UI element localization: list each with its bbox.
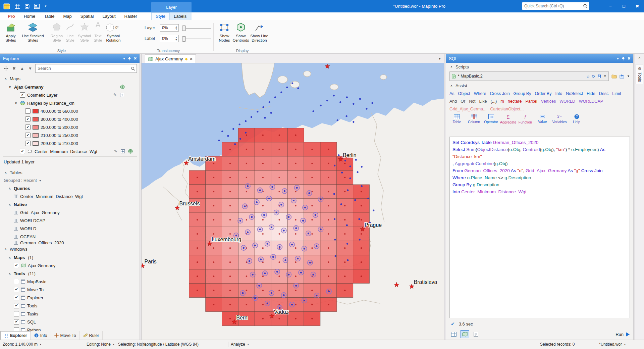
chevron-down-icon[interactable]: ▼: [603, 74, 606, 78]
pin-icon[interactable]: [622, 56, 625, 61]
symbol-rotation-control[interactable]: 0° Symbol Rotation: [105, 21, 122, 43]
dock-tab-explorer[interactable]: Explorer: [0, 331, 31, 340]
add-icon[interactable]: [120, 93, 124, 97]
close-icon[interactable]: ✖: [134, 56, 137, 61]
assist-tool-function[interactable]: ƒFunction: [517, 114, 533, 130]
tab-labels[interactable]: Labels: [170, 12, 191, 20]
range-row[interactable]: ✔250.000 to 300.000: [0, 123, 140, 131]
show-line-direction-button[interactable]: Show Line Direction: [250, 21, 269, 43]
assist-section-header[interactable]: ∧ Assist: [446, 82, 633, 90]
assist-tool-operator[interactable]: +=Operator: [483, 114, 499, 130]
ribbon-tab-map[interactable]: Map: [59, 12, 76, 20]
slider-thumb[interactable]: [182, 36, 186, 42]
status-item[interactable]: Zoom: 1.140.000 m▲: [3, 340, 42, 349]
assist-keyword[interactable]: Cross Join: [490, 91, 510, 96]
ribbon-tab-spatial[interactable]: Spatial: [76, 12, 98, 20]
table-row[interactable]: Center_Minimum_Distance_Wgt: [0, 192, 140, 200]
sql-panel-header[interactable]: SQL ▾ ✖: [446, 54, 633, 63]
move-down-icon[interactable]: ▼: [27, 66, 33, 71]
collapse-icon[interactable]: ∧: [4, 77, 8, 81]
region-style-swatch[interactable]: [27, 149, 33, 153]
checkbox[interactable]: ✔: [14, 263, 19, 268]
assist-keyword[interactable]: Like: [479, 99, 487, 104]
assist-keyword[interactable]: WORLDCAP: [579, 99, 603, 104]
run-button[interactable]: Run: [615, 332, 630, 337]
explorer-search[interactable]: [35, 64, 137, 73]
checkbox[interactable]: [14, 279, 19, 284]
apply-styles-button[interactable]: Apply Styles: [2, 21, 19, 43]
checkbox[interactable]: ✔: [20, 149, 25, 154]
ribbon-tab-pro[interactable]: Pro: [3, 12, 19, 20]
window-row[interactable]: ✔Ajax Germany: [0, 261, 140, 269]
checkbox[interactable]: ✔: [14, 303, 19, 308]
move-up-icon[interactable]: ▲: [19, 66, 25, 71]
subsection-queries[interactable]: ∧Queries: [0, 184, 140, 192]
show-nodes-button[interactable]: Show Nodes: [217, 21, 232, 43]
range-row[interactable]: ✔209.000 to 210.000: [0, 139, 140, 147]
spinner-arrows-icon[interactable]: ▲▼: [174, 36, 178, 41]
pin-icon[interactable]: [128, 56, 131, 61]
assist-keyword[interactable]: Or: [461, 99, 465, 104]
subsection-maps[interactable]: ∧Maps(1): [0, 253, 140, 261]
save-script-icon[interactable]: [597, 74, 601, 78]
range-color-swatch[interactable]: [33, 109, 39, 113]
assist-tool-column[interactable]: Column: [466, 114, 482, 130]
collapse-icon[interactable]: ∧: [8, 187, 12, 190]
report-view-icon[interactable]: [472, 330, 480, 338]
ribbon-tab-layout[interactable]: Layout: [98, 12, 120, 20]
label-translucency-slider[interactable]: [182, 36, 211, 41]
explorer-search-input[interactable]: [36, 66, 131, 71]
window-row[interactable]: ✔Move To: [0, 286, 140, 294]
use-stacked-styles-button[interactable]: Use Stacked Styles: [21, 21, 45, 43]
favorite-icon[interactable]: ☆: [586, 74, 590, 79]
refresh-icon[interactable]: ⟳: [592, 74, 595, 79]
checkbox[interactable]: ✔: [14, 295, 19, 300]
assist-keyword[interactable]: Not: [469, 99, 475, 104]
clear-icon[interactable]: ✖: [11, 66, 17, 71]
assist-keyword[interactable]: Desc: [599, 91, 608, 96]
section-tables[interactable]: ∧Tables: [0, 168, 140, 177]
subsection-tools[interactable]: ∧Tools(11): [0, 269, 140, 278]
assist-keyword[interactable]: Order By: [535, 91, 551, 96]
section-maps[interactable]: ∧Maps: [0, 74, 140, 83]
close-icon[interactable]: ✖: [628, 56, 631, 61]
quick-search-input[interactable]: [522, 4, 582, 8]
status-item[interactable]: Editing: None▲: [87, 340, 115, 349]
assist-keyword[interactable]: m: [500, 99, 504, 104]
checkbox[interactable]: ✔: [14, 319, 19, 325]
assist-tool-value[interactable]: Value: [534, 114, 550, 130]
label-translucency-input[interactable]: 0% ▲▼: [160, 35, 179, 42]
save-workspace-icon[interactable]: [25, 4, 30, 9]
slider-thumb[interactable]: [182, 26, 186, 31]
explorer-panel-header[interactable]: Explorer ▾ ✖: [0, 54, 140, 63]
dock-tab-ruler[interactable]: Ruler: [80, 331, 103, 340]
table-row[interactable]: WORLDCAP: [0, 216, 140, 225]
checkbox[interactable]: ✔: [20, 92, 25, 98]
assist-keyword[interactable]: Object: [458, 91, 470, 96]
scripts-section-header[interactable]: ∧ Scripts: [446, 63, 633, 71]
checkbox[interactable]: [25, 108, 31, 114]
assist-tool-aggregate[interactable]: ΣAggregate: [500, 114, 516, 130]
table-row[interactable]: Grid_Ajax_Germany: [0, 208, 140, 216]
collapse-ribbon-icon[interactable]: ∧: [635, 56, 644, 59]
table-row[interactable]: German_Offices_2020: [0, 241, 140, 245]
layer-row[interactable]: ✔Cosmetic Layer✎: [0, 91, 140, 99]
assist-tool-table[interactable]: Table: [449, 114, 465, 130]
assist-keyword[interactable]: (...): [491, 99, 497, 104]
table-row[interactable]: OCEAN: [0, 233, 140, 241]
status-item[interactable]: Analyze▲: [231, 340, 250, 349]
layer-translucency-input[interactable]: 0% ▲▼: [160, 24, 179, 32]
assist-keyword[interactable]: Vertices: [541, 99, 556, 104]
assist-keyword[interactable]: Into: [555, 91, 562, 96]
window-row[interactable]: Python: [0, 326, 140, 331]
assist-keyword[interactable]: CartesianObject...: [490, 107, 524, 111]
collapse-icon[interactable]: ∧: [4, 171, 8, 174]
assist-keyword[interactable]: Parcel: [525, 99, 537, 104]
window-row[interactable]: ✔Explorer: [0, 294, 140, 302]
close-tab-icon[interactable]: ✖: [190, 57, 193, 61]
map-document-tab[interactable]: Ajax Germany ◆ ✖: [145, 54, 196, 63]
layer-translucency-slider[interactable]: [182, 25, 211, 31]
dock-tab-info[interactable]: iInfo: [31, 331, 51, 340]
assist-keyword[interactable]: As: [449, 91, 454, 96]
range-color-swatch[interactable]: [33, 133, 39, 138]
